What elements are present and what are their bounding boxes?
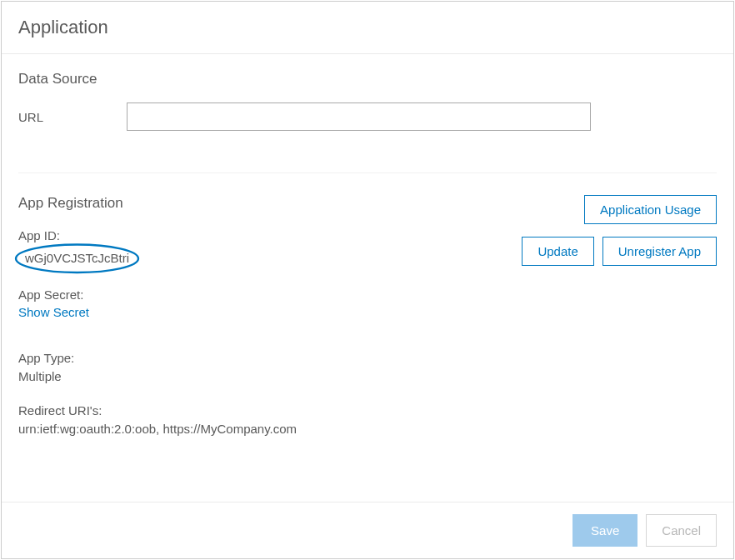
action-button-row: Update Unregister App: [522, 237, 717, 266]
application-usage-button[interactable]: Application Usage: [584, 195, 717, 224]
usage-button-row: Application Usage: [584, 195, 717, 224]
show-secret-link[interactable]: Show Secret: [18, 305, 89, 319]
redirect-uris-block: Redirect URI's: urn:ietf:wg:oauth:2.0:oo…: [18, 402, 717, 439]
app-registration-section: App Registration Application Usage Updat…: [2, 173, 733, 439]
data-source-heading: Data Source: [18, 71, 717, 88]
page-title: Application: [18, 17, 717, 38]
app-id-highlight: wGj0VCJSTcJcBtri: [18, 246, 136, 272]
app-id-value: wGj0VCJSTcJcBtri: [25, 251, 129, 265]
app-secret-block: App Secret: Show Secret: [18, 286, 717, 334]
url-label: URL: [18, 110, 127, 124]
application-panel: Application Data Source URL App Registra…: [1, 1, 734, 559]
panel-footer: Save Cancel: [2, 502, 733, 558]
update-button[interactable]: Update: [522, 237, 593, 266]
app-type-value: Multiple: [18, 368, 717, 387]
unregister-app-button[interactable]: Unregister App: [602, 237, 717, 266]
url-input[interactable]: [127, 102, 591, 131]
app-type-block: App Type: Multiple: [18, 349, 717, 387]
app-secret-label: App Secret:: [18, 286, 717, 305]
data-source-section: Data Source URL: [2, 54, 733, 156]
panel-header: Application: [2, 2, 733, 53]
redirect-uris-value: urn:ietf:wg:oauth:2.0:oob, https://MyCom…: [18, 420, 717, 439]
redirect-uris-label: Redirect URI's:: [18, 402, 717, 421]
save-button[interactable]: Save: [572, 514, 638, 547]
app-type-label: App Type:: [18, 349, 717, 368]
url-row: URL: [18, 102, 717, 131]
cancel-button[interactable]: Cancel: [646, 514, 717, 547]
